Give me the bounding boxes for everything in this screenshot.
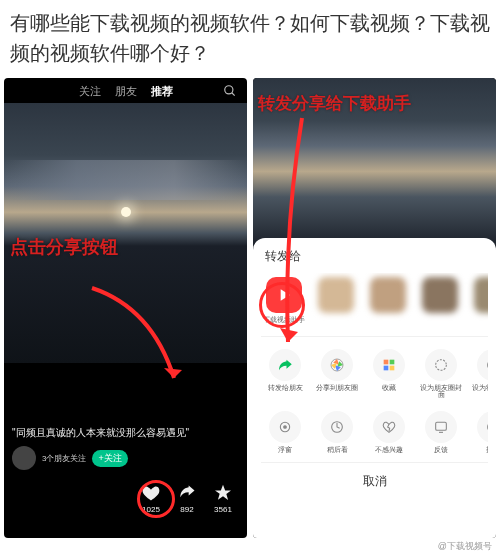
not-interested[interactable]: 不感兴趣 xyxy=(367,411,411,454)
share-target-app[interactable]: 下载视频助手 xyxy=(263,277,305,324)
collect-icon xyxy=(373,349,405,381)
share-target-contact-4[interactable] xyxy=(471,277,488,324)
share-button[interactable]: 892 xyxy=(177,483,197,514)
svg-rect-6 xyxy=(390,365,395,370)
cover-icon xyxy=(425,349,457,381)
tab-friends[interactable]: 朋友 xyxy=(115,84,137,99)
right-phone-screenshot: 转发给 下载视频助手 转发给朋友 xyxy=(253,78,496,538)
report[interactable]: 投诉 xyxy=(471,411,488,454)
attribution-watermark: @下载视频号 xyxy=(438,540,492,553)
share-actions-row-1: 转发给朋友 分享到朋友圈 收藏 设为朋友圈封面 设为状态封面 xyxy=(261,345,488,407)
watch-later[interactable]: 稍后看 xyxy=(315,411,359,454)
tab-recommend[interactable]: 推荐 xyxy=(151,84,173,99)
report-icon xyxy=(477,411,488,443)
svg-point-7 xyxy=(436,359,447,370)
follow-button[interactable]: +关注 xyxy=(92,450,127,467)
share-targets-row: 下载视频助手 xyxy=(261,273,488,334)
tab-follow[interactable]: 关注 xyxy=(79,84,101,99)
favorite-button[interactable]: 3561 xyxy=(213,483,233,514)
share-moments[interactable]: 分享到朋友圈 xyxy=(315,349,359,399)
cancel-button[interactable]: 取消 xyxy=(261,462,488,500)
feedback[interactable]: 反馈 xyxy=(419,411,463,454)
share-sheet: 转发给 下载视频助手 转发给朋友 xyxy=(253,238,496,538)
share-target-contact-2[interactable] xyxy=(367,277,409,324)
moments-icon xyxy=(321,349,353,381)
forward-friend[interactable]: 转发给朋友 xyxy=(263,349,307,399)
float-window[interactable]: 浮窗 xyxy=(263,411,307,454)
annotation-text-left: 点击分享按钮 xyxy=(10,235,118,259)
svg-line-1 xyxy=(232,93,235,96)
video-caption: "同频且真诚的人本来就没那么容易遇见" xyxy=(12,426,239,440)
annotation-text-right: 转发分享给下载助手 xyxy=(258,92,498,115)
svg-point-0 xyxy=(225,86,233,94)
status-icon xyxy=(477,349,488,381)
article-title: 有哪些能下载视频的视频软件？如何下载视频？下载视频的视频软件哪个好？ xyxy=(0,0,500,78)
avatar[interactable] xyxy=(12,446,36,470)
svg-rect-4 xyxy=(390,359,395,364)
share-target-contact-3[interactable] xyxy=(419,277,461,324)
follower-count: 3个朋友关注 xyxy=(42,453,86,464)
like-button[interactable]: 1025 xyxy=(141,483,161,514)
video-content[interactable] xyxy=(4,103,247,363)
collect[interactable]: 收藏 xyxy=(367,349,411,399)
feedback-icon xyxy=(425,411,457,443)
svg-rect-5 xyxy=(384,365,389,370)
sheet-title: 转发给 xyxy=(261,248,488,265)
forward-icon xyxy=(269,349,301,381)
later-icon xyxy=(321,411,353,443)
svg-rect-12 xyxy=(436,422,447,430)
set-status-cover[interactable]: 设为状态封面 xyxy=(471,349,488,399)
svg-point-10 xyxy=(284,426,287,429)
left-phone-screenshot: 关注 朋友 推荐 "同频且真诚的人本来就没那么容易遇见" 3个朋友关注 +关注 xyxy=(4,78,247,538)
share-actions-row-2: 浮窗 稍后看 不感兴趣 反馈 投诉 xyxy=(261,407,488,462)
heart-broken-icon xyxy=(373,411,405,443)
svg-rect-3 xyxy=(384,359,389,364)
top-tabs: 关注 朋友 推荐 xyxy=(4,78,247,103)
set-moments-cover[interactable]: 设为朋友圈封面 xyxy=(419,349,463,399)
float-icon xyxy=(269,411,301,443)
share-target-contact-1[interactable] xyxy=(315,277,357,324)
search-icon[interactable] xyxy=(223,84,237,98)
